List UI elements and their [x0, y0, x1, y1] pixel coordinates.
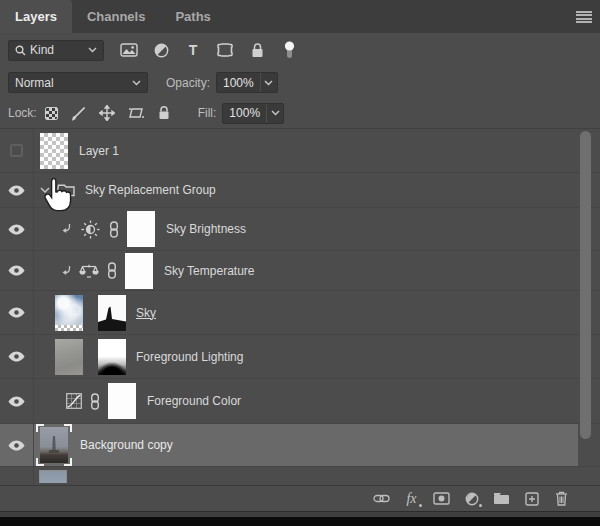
layer-mask-thumbnail[interactable] [125, 253, 153, 289]
visibility-toggle[interactable] [0, 208, 34, 250]
layer-row-sky-brightness[interactable]: Sky Brightness [0, 208, 600, 251]
smart-object-filter-icon[interactable] [248, 41, 266, 59]
layer-row-foreground-color[interactable]: Foreground Color [0, 379, 600, 424]
group-expand-chevron-icon[interactable] [40, 187, 50, 193]
layers-list: Layer 1 Sky Replacement Group [0, 128, 600, 485]
visibility-toggle[interactable] [0, 129, 34, 172]
eye-icon [8, 265, 25, 276]
blend-mode-select[interactable]: Normal [8, 72, 148, 93]
delete-layer-trash-icon[interactable] [553, 490, 570, 507]
tab-channels[interactable]: Channels [72, 0, 161, 33]
layer-name[interactable]: Sky [136, 306, 156, 320]
link-layers-icon[interactable] [373, 490, 390, 507]
lock-label: Lock: [8, 106, 37, 120]
clipping-mask-arrow-icon [62, 224, 71, 234]
opacity-field[interactable]: 100% [216, 72, 278, 93]
fill-value[interactable]: 100% [223, 104, 266, 123]
chevron-down-icon [88, 47, 97, 53]
layer-name[interactable]: Sky Brightness [166, 222, 246, 236]
lock-row: Lock: Fill: 100% [0, 98, 600, 128]
filter-row: Kind T [0, 33, 600, 67]
layer-style-fx-icon[interactable]: fx [403, 490, 420, 507]
blend-row: Normal Opacity: 100% [0, 67, 600, 98]
filter-toggle-icon[interactable] [280, 41, 298, 59]
visibility-toggle[interactable] [0, 379, 34, 423]
lock-all-icon[interactable] [158, 106, 170, 120]
bottom-black-bar [0, 517, 600, 526]
kind-filter-select[interactable]: Kind [8, 40, 104, 61]
curves-adjustment-icon[interactable] [66, 393, 82, 409]
layer-row-layer-1[interactable]: Layer 1 [0, 129, 600, 173]
add-layer-mask-icon[interactable] [433, 490, 450, 507]
mask-link-icon[interactable] [107, 262, 117, 279]
layer-mask-thumbnail[interactable] [127, 211, 155, 247]
color-balance-adjustment-icon[interactable] [79, 264, 99, 278]
opacity-label: Opacity: [166, 76, 210, 90]
visibility-toggle[interactable] [0, 291, 34, 334]
kind-filter-label: Kind [30, 43, 88, 57]
scrollbar-thumb[interactable] [580, 131, 591, 439]
lock-artboard-icon[interactable] [128, 106, 145, 120]
clipping-mask-arrow-icon [62, 266, 71, 276]
thumbnail-corner-bracket [64, 424, 72, 432]
tab-layers[interactable]: Layers [0, 0, 72, 33]
visibility-toggle[interactable] [0, 467, 34, 485]
layer-thumbnail-gray[interactable] [55, 339, 83, 375]
visibility-toggle[interactable] [0, 335, 34, 378]
layer-name[interactable]: Sky Replacement Group [85, 183, 216, 197]
eye-icon [8, 351, 25, 362]
layer-name[interactable]: Foreground Color [147, 394, 241, 408]
search-icon [15, 45, 26, 56]
chevron-down-icon [132, 80, 141, 86]
lock-pixels-brush-icon[interactable] [71, 106, 86, 121]
visibility-toggle[interactable] [0, 173, 34, 207]
eye-icon [8, 307, 25, 318]
layer-thumbnail-partial [39, 470, 67, 483]
adjustment-layer-filter-icon[interactable] [152, 41, 170, 59]
thumbnail-corner-bracket [64, 458, 72, 466]
layer-name[interactable]: Sky Temperature [164, 264, 255, 278]
layer-name[interactable]: Layer 1 [79, 144, 119, 158]
new-adjustment-layer-icon[interactable] [463, 490, 480, 507]
shape-layer-filter-icon[interactable] [216, 41, 234, 59]
tab-paths[interactable]: Paths [160, 0, 225, 33]
eye-icon [8, 224, 25, 235]
group-folder-icon[interactable] [57, 184, 75, 197]
layer-thumbnail-sky[interactable] [55, 295, 83, 331]
fill-label: Fill: [198, 106, 217, 120]
layer-row-foreground-lighting[interactable]: Foreground Lighting [0, 335, 600, 379]
panel-menu-icon[interactable] [576, 11, 592, 23]
layer-thumbnail-frame[interactable] [36, 424, 72, 466]
visibility-toggle[interactable] [0, 424, 34, 466]
brightness-adjustment-icon[interactable] [81, 220, 100, 239]
layer-mask-thumbnail[interactable] [98, 339, 126, 375]
type-layer-filter-icon[interactable]: T [184, 41, 202, 59]
new-layer-icon[interactable] [523, 490, 540, 507]
fill-field[interactable]: 100% [222, 103, 284, 124]
chevron-down-icon[interactable] [260, 73, 277, 92]
layer-thumbnail-transparent[interactable] [40, 133, 68, 169]
chevron-down-icon[interactable] [266, 104, 283, 123]
layer-name[interactable]: Foreground Lighting [136, 350, 243, 364]
layer-row-partial[interactable] [0, 467, 600, 485]
opacity-value[interactable]: 100% [217, 73, 260, 92]
lock-position-icon[interactable] [99, 105, 115, 121]
layer-mask-thumbnail[interactable] [98, 295, 126, 331]
lock-transparency-icon[interactable] [45, 107, 58, 120]
eye-icon [8, 396, 25, 407]
layer-row-sky-temperature[interactable]: Sky Temperature [0, 251, 600, 291]
layers-panel: Layers Channels Paths Kind T [0, 0, 600, 526]
mask-link-icon[interactable] [109, 221, 119, 238]
layer-mask-thumbnail[interactable] [108, 383, 136, 419]
layer-row-sky-replacement-group[interactable]: Sky Replacement Group [0, 173, 600, 208]
visibility-toggle[interactable] [0, 251, 34, 290]
layer-row-sky[interactable]: Sky [0, 291, 600, 335]
blend-mode-value: Normal [15, 76, 132, 90]
layer-name[interactable]: Background copy [80, 438, 173, 452]
lock-icons [45, 105, 170, 121]
new-group-folder-icon[interactable] [493, 490, 510, 507]
layer-row-background-copy[interactable]: Background copy [0, 424, 600, 467]
pixel-layer-filter-icon[interactable] [120, 41, 138, 59]
visibility-off-box [10, 144, 23, 157]
mask-link-icon[interactable] [90, 393, 100, 410]
